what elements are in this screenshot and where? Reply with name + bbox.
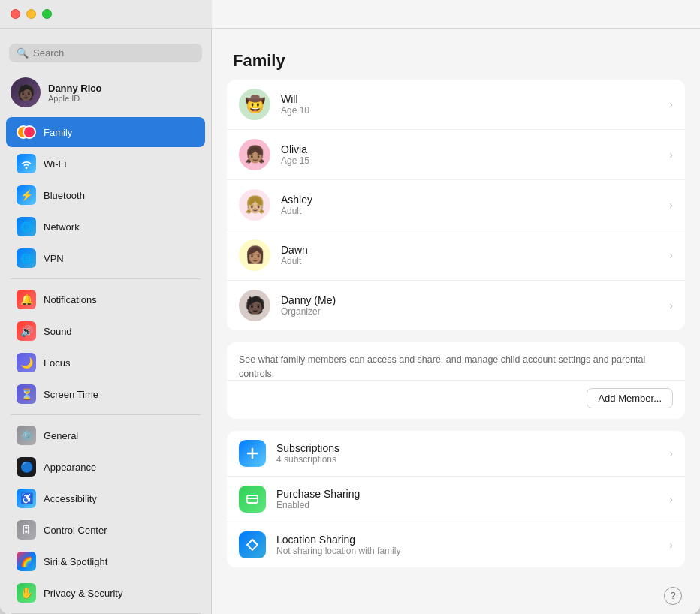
service-subtitle: Enabled (276, 500, 659, 510)
member-dawn[interactable]: 👩🏽 Dawn Adult › (227, 230, 685, 281)
main-content: Family 🤠 Will Age 10 › 👧🏽 (212, 0, 700, 614)
search-icon: 🔍 (17, 47, 29, 59)
purchase-sharing-icon (239, 486, 266, 513)
service-subscriptions[interactable]: Subscriptions 4 subscriptions › (227, 431, 685, 477)
siri-icon: 🌈 (17, 552, 36, 571)
subscriptions-icon (239, 440, 266, 467)
appearance-icon: 🔵 (17, 457, 36, 477)
sidebar-item-family[interactable]: Family (6, 117, 205, 147)
member-info: Ashley Adult (281, 194, 659, 216)
sidebar: 🔍 🧑🏿 Danny Rico Apple ID Fa (0, 0, 212, 614)
notifications-icon: 🔔 (17, 290, 36, 309)
member-avatar: 👧🏽 (239, 139, 270, 170)
close-button[interactable] (11, 9, 20, 19)
chevron-right-icon: › (669, 98, 673, 110)
sidebar-item-controlcenter[interactable]: 🎛 Control Center (6, 515, 205, 545)
sidebar-item-label: General (44, 430, 78, 441)
service-subtitle: Not sharing location with family (276, 546, 659, 556)
user-subtitle: Apple ID (48, 94, 102, 103)
member-name: Dawn (281, 244, 659, 256)
user-profile[interactable]: 🧑🏿 Danny Rico Apple ID (0, 71, 211, 116)
sidebar-item-focus[interactable]: 🌙 Focus (6, 348, 205, 378)
service-location-sharing[interactable]: Location Sharing Not sharing location wi… (227, 522, 685, 567)
chevron-right-icon: › (669, 299, 673, 312)
sidebar-item-wifi[interactable]: Wi-Fi (6, 149, 205, 179)
chevron-right-icon: › (669, 493, 673, 505)
sidebar-item-general[interactable]: ⚙️ General (6, 420, 205, 450)
sidebar-item-bluetooth[interactable]: ⚡ Bluetooth (6, 180, 205, 210)
add-member-button[interactable]: Add Member... (587, 388, 673, 408)
services-card: Subscriptions 4 subscriptions › Purchase… (227, 431, 685, 567)
bluetooth-icon: ⚡ (17, 185, 36, 205)
member-danny[interactable]: 🧑🏿 Danny (Me) Organizer › (227, 281, 685, 330)
member-will[interactable]: 🤠 Will Age 10 › (227, 80, 685, 130)
search-input[interactable] (33, 47, 195, 59)
member-olivia[interactable]: 👧🏽 Olivia Age 15 › (227, 130, 685, 180)
service-name: Subscriptions (276, 442, 659, 454)
sidebar-item-label: Appearance (44, 462, 96, 473)
description-card: See what family members can access and s… (227, 342, 685, 419)
content-area: 🤠 Will Age 10 › 👧🏽 Olivia Age 15 (212, 80, 700, 614)
network-icon: 🌐 (17, 217, 36, 236)
member-avatar: 🧑🏿 (239, 290, 270, 321)
sidebar-nav: Family Wi-Fi ⚡ Bluetooth (0, 116, 211, 614)
member-info: Dawn Adult (281, 244, 659, 266)
separator (11, 414, 201, 415)
member-name: Ashley (281, 194, 659, 206)
member-role: Age 15 (281, 155, 659, 166)
sidebar-item-notifications[interactable]: 🔔 Notifications (6, 284, 205, 315)
search-bar[interactable]: 🔍 (9, 44, 202, 62)
service-subtitle: 4 subscriptions (276, 454, 659, 465)
member-role: Age 10 (281, 105, 659, 116)
user-name: Danny Rico (48, 83, 102, 94)
chevron-right-icon: › (669, 539, 673, 551)
chevron-right-icon: › (669, 249, 673, 261)
sidebar-item-label: Accessibility (44, 493, 97, 504)
sidebar-item-network[interactable]: 🌐 Network (6, 212, 205, 242)
sidebar-item-accessibility[interactable]: ♿ Accessibility (6, 483, 205, 513)
page-title: Family (212, 38, 700, 80)
sidebar-item-siri[interactable]: 🌈 Siri & Spotlight (6, 546, 205, 576)
member-name: Will (281, 93, 659, 105)
minimize-button[interactable] (26, 9, 36, 19)
separator (11, 278, 201, 279)
sidebar-item-label: Privacy & Security (44, 588, 122, 599)
svg-rect-0 (247, 495, 258, 503)
sidebar-item-label: Notifications (44, 294, 97, 305)
controlcenter-icon: 🎛 (17, 520, 36, 540)
general-icon: ⚙️ (17, 426, 36, 445)
location-sharing-icon (239, 531, 266, 558)
add-member-row: Add Member... (227, 380, 685, 419)
sidebar-item-appearance[interactable]: 🔵 Appearance (6, 452, 205, 482)
sidebar-item-privacy[interactable]: ✋ Privacy & Security (6, 578, 205, 608)
sidebar-item-label: VPN (44, 253, 64, 264)
sidebar-item-label: Network (44, 221, 80, 233)
member-avatar: 👧🏼 (239, 189, 270, 221)
member-role: Organizer (281, 306, 659, 317)
sidebar-item-label: Screen Time (44, 389, 98, 400)
sidebar-item-sound[interactable]: 🔊 Sound (6, 316, 205, 346)
wifi-icon (17, 154, 36, 173)
sound-icon: 🔊 (17, 321, 36, 341)
help-button[interactable]: ? (664, 587, 682, 605)
member-role: Adult (281, 256, 659, 266)
service-name: Location Sharing (276, 534, 659, 546)
vpn-icon: 🌐 (17, 248, 36, 268)
service-purchase-sharing[interactable]: Purchase Sharing Enabled › (227, 477, 685, 522)
member-info: Will Age 10 (281, 93, 659, 116)
focus-icon: 🌙 (17, 353, 36, 372)
sidebar-item-label: Focus (44, 357, 70, 369)
sidebar-item-screentime[interactable]: ⏳ Screen Time (6, 379, 205, 409)
chevron-right-icon: › (669, 447, 673, 459)
sidebar-item-vpn[interactable]: 🌐 VPN (6, 243, 205, 273)
avatar: 🧑🏿 (11, 77, 41, 107)
member-avatar: 👩🏽 (239, 239, 270, 271)
member-name: Olivia (281, 143, 659, 155)
chevron-right-icon: › (669, 149, 673, 161)
member-info: Olivia Age 15 (281, 143, 659, 166)
member-ashley[interactable]: 👧🏼 Ashley Adult › (227, 180, 685, 230)
sidebar-item-label: Bluetooth (44, 190, 85, 201)
user-info: Danny Rico Apple ID (48, 83, 102, 103)
members-card: 🤠 Will Age 10 › 👧🏽 Olivia Age 15 (227, 80, 685, 330)
maximize-button[interactable] (42, 9, 52, 19)
